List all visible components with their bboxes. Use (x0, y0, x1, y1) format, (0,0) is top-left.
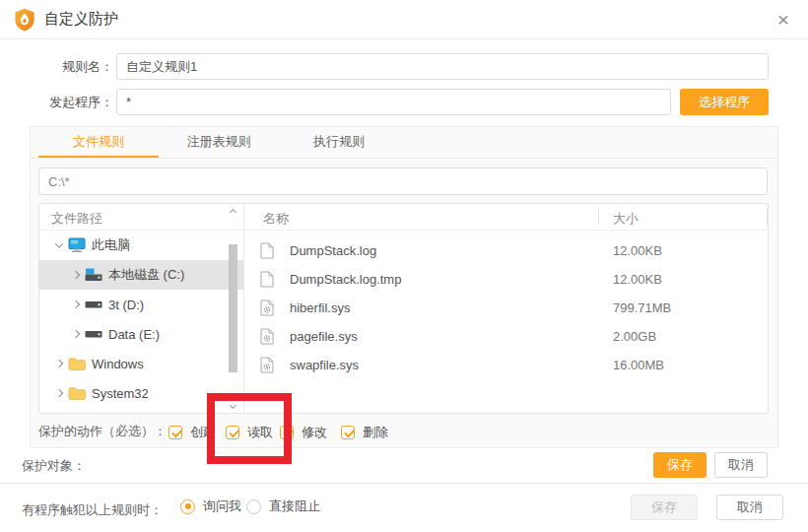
window-title: 自定义防护 (44, 10, 118, 29)
checkbox-label: 创建 (190, 424, 216, 441)
scrollbar-thumb[interactable] (229, 244, 237, 372)
tree-scrollbar[interactable] (228, 204, 238, 414)
checkbox-checked-icon[interactable] (226, 426, 239, 439)
tree-item-label: 3t (D:) (108, 298, 144, 312)
column-header-size: 大小 (613, 210, 639, 228)
save-button-disabled[interactable]: 保存 (631, 495, 698, 520)
file-row[interactable]: pagefile.sys 2.00GB (244, 322, 768, 351)
tab-file-rules[interactable]: 文件规则 (38, 127, 159, 158)
scrollbar-down-icon[interactable] (230, 402, 236, 409)
radio-selected-icon[interactable] (180, 499, 195, 514)
file-name: pagefile.sys (290, 329, 358, 344)
radio-block-directly[interactable]: 直接阻止 (246, 498, 320, 515)
file-gear-icon (260, 299, 274, 320)
file-size: 12.00KB (613, 272, 662, 287)
chevron-down-icon (55, 239, 63, 247)
file-row[interactable]: hiberfil.sys 799.71MB (244, 294, 768, 322)
checkbox-label: 读取 (247, 424, 273, 441)
tree-item-label: Windows (92, 357, 144, 371)
checkbox-label: 修改 (302, 424, 327, 441)
checkbox-checked-icon[interactable] (168, 426, 182, 439)
file-name: DumpStack.log (290, 243, 376, 258)
select-program-button[interactable]: 选择程序 (680, 89, 769, 115)
chevron-right-icon (72, 300, 80, 308)
computer-icon (68, 237, 86, 253)
violation-rule-label: 有程序触犯以上规则时： (22, 501, 163, 519)
file-icon (260, 242, 274, 263)
program-input[interactable] (116, 89, 671, 115)
rules-panel: 文件规则 注册表规则 执行规则 文件路径 名称 大小 (30, 126, 778, 448)
tree-item-this-pc[interactable]: 此电脑 (39, 231, 243, 260)
checkbox-delete[interactable]: 删除 (341, 424, 388, 441)
checkbox-modify[interactable]: 修改 (280, 424, 327, 441)
chevron-right-icon (72, 271, 80, 279)
drive-icon (85, 298, 102, 311)
drive-c-icon (85, 268, 102, 282)
tree-item-drive-e[interactable]: Data (E:) (39, 319, 243, 349)
file-name: swapfile.sys (290, 358, 359, 372)
checkbox-create[interactable]: 创建 (168, 424, 216, 441)
chevron-right-icon (72, 330, 80, 338)
folder-icon (68, 386, 86, 401)
radio-label: 直接阻止 (269, 498, 320, 515)
checkbox-checked-icon[interactable] (341, 426, 355, 439)
file-size: 799.71MB (613, 300, 671, 315)
file-browser: 文件路径 名称 大小 此电脑 (38, 203, 769, 414)
column-header-file-path: 文件路径 (51, 210, 102, 228)
radio-unselected-icon[interactable] (246, 499, 261, 514)
chevron-right-icon (55, 389, 63, 397)
protect-target-label: 保护对象： (22, 448, 86, 483)
tree-item-system32[interactable]: System32 (39, 378, 243, 408)
save-button[interactable]: 保存 (653, 452, 707, 478)
rule-name-input[interactable] (116, 53, 769, 80)
checkbox-checked-icon[interactable] (280, 426, 294, 439)
tree-item-label: System32 (92, 386, 149, 401)
tree-item-label: 本地磁盘 (C:) (108, 266, 184, 284)
checkbox-read[interactable]: 读取 (226, 424, 273, 441)
protected-actions-label: 保护的动作（必选）： (38, 415, 167, 447)
file-row[interactable]: swapfile.sys 16.00MB (244, 351, 768, 379)
title-bar: 自定义防护 × (0, 0, 808, 39)
file-size: 16.00MB (613, 358, 664, 372)
column-divider (767, 209, 768, 225)
section-divider (0, 483, 808, 484)
column-divider (598, 209, 599, 225)
rule-name-label: 规则名： (20, 53, 113, 80)
file-row[interactable]: DumpStack.log 12.00KB (244, 236, 768, 265)
close-icon[interactable]: × (773, 10, 794, 30)
column-header-name: 名称 (263, 210, 289, 228)
folder-icon (68, 357, 86, 371)
radio-label: 询问我 (203, 498, 241, 515)
cancel-button[interactable]: 取消 (714, 452, 768, 478)
browser-header: 文件路径 名称 大小 (39, 204, 768, 231)
file-size: 12.00KB (613, 243, 662, 258)
path-input[interactable] (38, 167, 768, 195)
scrollbar-up-icon[interactable] (230, 209, 236, 216)
file-size: 2.00GB (613, 329, 656, 344)
custom-protection-dialog: 自定义防护 × 规则名： 发起程序： 选择程序 文件规则 注册表规则 执行规则 … (0, 0, 808, 532)
tree-item-label: 此电脑 (92, 236, 130, 254)
radio-ask-me[interactable]: 询问我 (180, 498, 241, 515)
tree-item-local-disk-c[interactable]: 本地磁盘 (C:) (39, 260, 243, 290)
checkbox-label: 删除 (363, 424, 388, 441)
file-row[interactable]: DumpStack.log.tmp 12.00KB (244, 265, 768, 294)
file-gear-icon (260, 328, 274, 349)
file-name: DumpStack.log.tmp (290, 272, 401, 287)
rule-tabs: 文件规则 注册表规则 执行规则 (38, 127, 399, 158)
file-name: hiberfil.sys (290, 300, 350, 315)
tree-item-label: Data (E:) (108, 327, 160, 342)
tab-execution-rules[interactable]: 执行规则 (279, 127, 399, 158)
drive-icon (85, 327, 102, 341)
file-gear-icon (260, 357, 274, 377)
program-label: 发起程序： (20, 89, 113, 115)
tree-item-windows[interactable]: Windows (39, 349, 243, 378)
file-icon (260, 271, 274, 292)
huorong-shield-icon (14, 8, 35, 32)
tab-divider (31, 158, 777, 159)
cancel-button-secondary[interactable]: 取消 (716, 495, 783, 520)
chevron-right-icon (55, 360, 63, 367)
tab-registry-rules[interactable]: 注册表规则 (159, 127, 279, 158)
tree-item-drive-d[interactable]: 3t (D:) (39, 290, 243, 319)
